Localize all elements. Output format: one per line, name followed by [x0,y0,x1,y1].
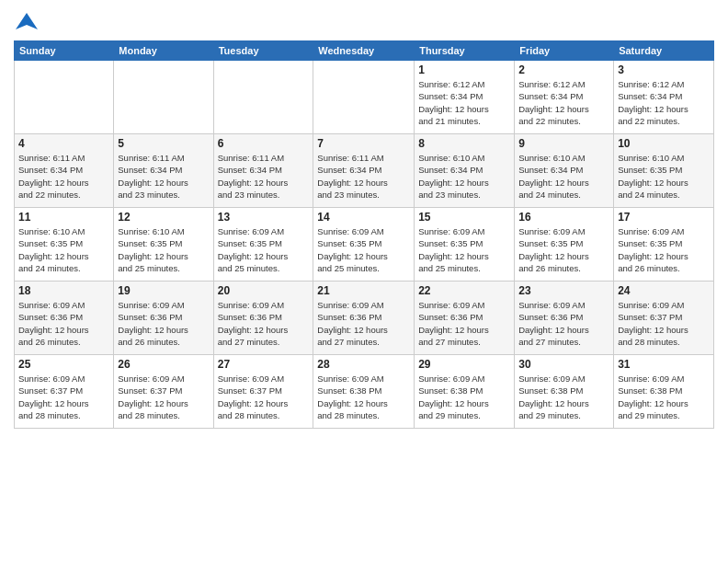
day-info: Sunrise: 6:12 AM Sunset: 6:34 PM Dayligh… [418,78,510,127]
day-info: Sunrise: 6:09 AM Sunset: 6:38 PM Dayligh… [518,373,609,421]
day-number: 6 [218,137,310,150]
day-number: 26 [118,358,209,371]
day-cell [114,61,213,134]
day-cell [213,61,313,134]
day-info: Sunrise: 6:09 AM Sunset: 6:37 PM Dayligh… [618,299,710,348]
day-cell: 30Sunrise: 6:09 AM Sunset: 6:38 PM Dayli… [515,355,614,429]
day-number: 19 [118,284,209,297]
day-number: 23 [518,284,609,297]
day-number: 9 [518,137,609,150]
day-number: 17 [618,211,710,224]
day-cell: 15Sunrise: 6:09 AM Sunset: 6:35 PM Dayli… [415,208,515,282]
week-row-3: 11Sunrise: 6:10 AM Sunset: 6:35 PM Dayli… [15,208,714,282]
weekday-header-thursday: Thursday [415,41,515,61]
day-cell: 12Sunrise: 6:10 AM Sunset: 6:35 PM Dayli… [114,208,213,282]
day-info: Sunrise: 6:09 AM Sunset: 6:36 PM Dayligh… [118,299,209,348]
day-number: 22 [418,284,510,297]
day-info: Sunrise: 6:10 AM Sunset: 6:35 PM Dayligh… [118,225,209,274]
day-number: 31 [618,358,710,371]
day-number: 11 [18,211,109,224]
day-cell: 16Sunrise: 6:09 AM Sunset: 6:35 PM Dayli… [515,208,614,282]
day-cell: 10Sunrise: 6:10 AM Sunset: 6:35 PM Dayli… [614,134,714,208]
day-number: 10 [618,137,710,150]
day-info: Sunrise: 6:09 AM Sunset: 6:35 PM Dayligh… [418,225,510,274]
day-info: Sunrise: 6:09 AM Sunset: 6:38 PM Dayligh… [317,373,410,421]
header [14,9,714,35]
day-number: 15 [418,211,510,224]
weekday-header-monday: Monday [114,41,213,61]
day-cell: 9Sunrise: 6:10 AM Sunset: 6:34 PM Daylig… [515,134,614,208]
weekday-header-row: SundayMondayTuesdayWednesdayThursdayFrid… [15,41,714,61]
day-info: Sunrise: 6:09 AM Sunset: 6:37 PM Dayligh… [118,373,209,421]
day-cell: 20Sunrise: 6:09 AM Sunset: 6:36 PM Dayli… [213,282,313,355]
week-row-1: 1Sunrise: 6:12 AM Sunset: 6:34 PM Daylig… [15,61,714,134]
day-info: Sunrise: 6:09 AM Sunset: 6:36 PM Dayligh… [317,299,410,348]
day-number: 27 [218,358,310,371]
day-info: Sunrise: 6:09 AM Sunset: 6:35 PM Dayligh… [317,225,410,274]
day-cell: 31Sunrise: 6:09 AM Sunset: 6:38 PM Dayli… [614,355,714,429]
day-info: Sunrise: 6:09 AM Sunset: 6:37 PM Dayligh… [18,373,109,421]
day-number: 8 [418,137,510,150]
day-info: Sunrise: 6:09 AM Sunset: 6:36 PM Dayligh… [18,299,109,348]
logo-icon [14,9,40,35]
day-cell: 8Sunrise: 6:10 AM Sunset: 6:34 PM Daylig… [415,134,515,208]
day-cell: 2Sunrise: 6:12 AM Sunset: 6:34 PM Daylig… [515,61,614,134]
day-info: Sunrise: 6:09 AM Sunset: 6:37 PM Dayligh… [218,373,310,421]
day-number: 14 [317,211,410,224]
day-number: 20 [218,284,310,297]
day-number: 7 [317,137,410,150]
day-info: Sunrise: 6:12 AM Sunset: 6:34 PM Dayligh… [518,78,609,127]
day-info: Sunrise: 6:09 AM Sunset: 6:35 PM Dayligh… [218,225,310,274]
day-cell: 5Sunrise: 6:11 AM Sunset: 6:34 PM Daylig… [114,134,213,208]
day-cell: 22Sunrise: 6:09 AM Sunset: 6:36 PM Dayli… [415,282,515,355]
day-info: Sunrise: 6:09 AM Sunset: 6:36 PM Dayligh… [218,299,310,348]
weekday-header-saturday: Saturday [614,41,714,61]
weekday-header-sunday: Sunday [15,41,114,61]
day-cell: 19Sunrise: 6:09 AM Sunset: 6:36 PM Dayli… [114,282,213,355]
day-cell [15,61,114,134]
day-info: Sunrise: 6:10 AM Sunset: 6:34 PM Dayligh… [518,152,609,201]
day-number: 13 [218,211,310,224]
day-cell: 6Sunrise: 6:11 AM Sunset: 6:34 PM Daylig… [213,134,313,208]
day-info: Sunrise: 6:12 AM Sunset: 6:34 PM Dayligh… [618,78,710,127]
day-cell: 24Sunrise: 6:09 AM Sunset: 6:37 PM Dayli… [614,282,714,355]
day-info: Sunrise: 6:09 AM Sunset: 6:35 PM Dayligh… [518,225,609,274]
day-info: Sunrise: 6:09 AM Sunset: 6:38 PM Dayligh… [618,373,710,421]
day-info: Sunrise: 6:09 AM Sunset: 6:36 PM Dayligh… [418,299,510,348]
day-cell: 13Sunrise: 6:09 AM Sunset: 6:35 PM Dayli… [213,208,313,282]
day-cell: 7Sunrise: 6:11 AM Sunset: 6:34 PM Daylig… [313,134,415,208]
day-number: 16 [518,211,609,224]
day-cell: 27Sunrise: 6:09 AM Sunset: 6:37 PM Dayli… [213,355,313,429]
day-info: Sunrise: 6:09 AM Sunset: 6:38 PM Dayligh… [418,373,510,421]
weekday-header-tuesday: Tuesday [213,41,313,61]
weekday-header-wednesday: Wednesday [313,41,415,61]
day-number: 4 [18,137,109,150]
day-info: Sunrise: 6:11 AM Sunset: 6:34 PM Dayligh… [218,152,310,201]
svg-marker-0 [16,13,38,29]
day-number: 25 [18,358,109,371]
day-cell: 1Sunrise: 6:12 AM Sunset: 6:34 PM Daylig… [415,61,515,134]
day-cell: 23Sunrise: 6:09 AM Sunset: 6:36 PM Dayli… [515,282,614,355]
weekday-header-friday: Friday [515,41,614,61]
week-row-2: 4Sunrise: 6:11 AM Sunset: 6:34 PM Daylig… [15,134,714,208]
day-info: Sunrise: 6:10 AM Sunset: 6:34 PM Dayligh… [418,152,510,201]
day-cell [313,61,415,134]
day-info: Sunrise: 6:10 AM Sunset: 6:35 PM Dayligh… [618,152,710,201]
day-cell: 3Sunrise: 6:12 AM Sunset: 6:34 PM Daylig… [614,61,714,134]
day-number: 24 [618,284,710,297]
week-row-5: 25Sunrise: 6:09 AM Sunset: 6:37 PM Dayli… [15,355,714,429]
day-cell: 17Sunrise: 6:09 AM Sunset: 6:35 PM Dayli… [614,208,714,282]
day-number: 5 [118,137,209,150]
day-info: Sunrise: 6:11 AM Sunset: 6:34 PM Dayligh… [118,152,209,201]
day-cell: 28Sunrise: 6:09 AM Sunset: 6:38 PM Dayli… [313,355,415,429]
page: SundayMondayTuesdayWednesdayThursdayFrid… [0,0,728,563]
day-number: 30 [518,358,609,371]
day-number: 18 [18,284,109,297]
day-number: 2 [518,63,609,76]
logo [14,9,43,35]
day-info: Sunrise: 6:11 AM Sunset: 6:34 PM Dayligh… [18,152,109,201]
day-number: 29 [418,358,510,371]
day-cell: 18Sunrise: 6:09 AM Sunset: 6:36 PM Dayli… [15,282,114,355]
day-cell: 4Sunrise: 6:11 AM Sunset: 6:34 PM Daylig… [15,134,114,208]
calendar-table: SundayMondayTuesdayWednesdayThursdayFrid… [14,40,714,429]
